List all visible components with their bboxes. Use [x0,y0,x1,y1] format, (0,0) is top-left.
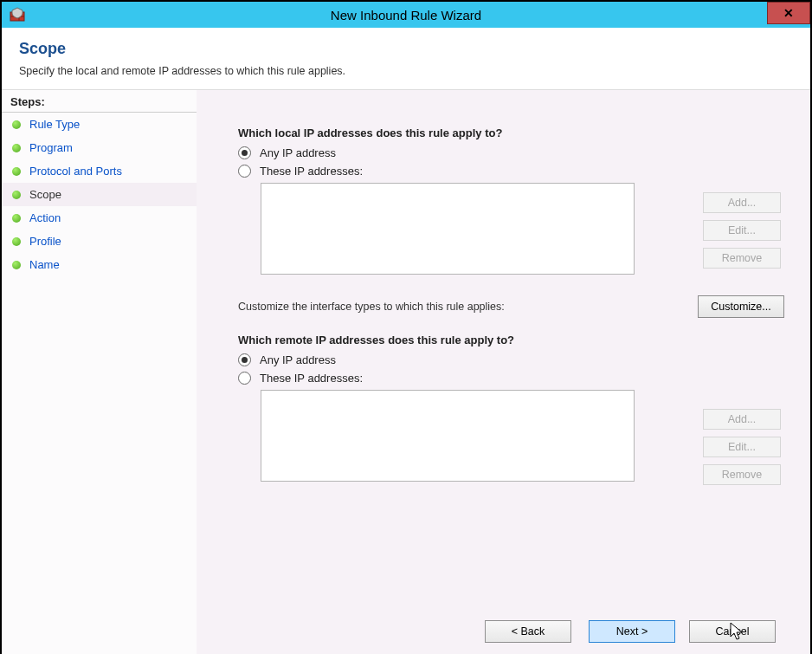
title-bar[interactable]: New Inbound Rule Wizard ✕ [2,2,810,28]
local-these-radio-row[interactable]: These IP addresses: [238,165,784,178]
remote-buttons: Add... Edit... Remove [703,409,781,485]
local-any-radio-row[interactable]: Any IP address [238,146,784,159]
local-add-button[interactable]: Add... [703,192,781,213]
step-label: Profile [29,235,61,248]
step-bullet-icon [12,120,21,129]
step-bullet-icon [12,214,21,223]
step-label: Name [29,258,60,271]
steps-header: Steps: [2,90,197,113]
remote-these-radio[interactable] [238,372,251,385]
step-bullet-icon [12,237,21,246]
customize-row: Customize the interface types to which t… [238,295,784,318]
step-protocol-and-ports[interactable]: Protocol and Ports [2,159,197,183]
local-remove-button[interactable]: Remove [703,248,781,269]
step-label: Protocol and Ports [29,165,122,178]
step-profile[interactable]: Profile [2,230,197,253]
step-name[interactable]: Name [2,253,197,276]
remote-these-label: These IP addresses: [260,372,363,385]
local-buttons: Add... Edit... Remove [703,192,781,269]
local-edit-button[interactable]: Edit... [703,220,781,241]
window-frame: New Inbound Rule Wizard ✕ Scope Specify … [0,0,812,654]
close-icon: ✕ [783,6,794,20]
step-label: Rule Type [29,118,80,131]
remote-any-radio-row[interactable]: Any IP address [238,353,784,366]
cancel-button[interactable]: Cancel [689,620,776,643]
customize-button[interactable]: Customize... [698,295,784,318]
local-any-label: Any IP address [260,146,336,159]
local-any-radio[interactable] [238,146,251,159]
remote-edit-button[interactable]: Edit... [703,437,781,457]
close-button[interactable]: ✕ [767,2,810,24]
step-bullet-icon [12,167,21,176]
local-question: Which local IP addresses does this rule … [238,126,784,139]
page-subtitle: Specify the local and remote IP addresse… [19,65,793,77]
step-rule-type[interactable]: Rule Type [2,113,197,136]
step-scope[interactable]: Scope [2,183,197,206]
page-header: Scope Specify the local and remote IP ad… [2,28,810,89]
local-these-label: These IP addresses: [260,165,363,178]
step-label: Scope [29,188,61,201]
remote-remove-button[interactable]: Remove [703,464,781,485]
steps-sidebar: Steps: Rule TypeProgramProtocol and Port… [2,89,197,654]
step-action[interactable]: Action [2,206,197,230]
next-button[interactable]: Next > [589,620,675,643]
local-these-radio[interactable] [238,165,251,178]
remote-ip-listbox[interactable] [261,390,635,482]
step-label: Action [29,211,61,224]
remote-these-radio-row[interactable]: These IP addresses: [238,372,784,385]
remote-any-label: Any IP address [260,353,336,366]
step-bullet-icon [12,144,21,152]
remote-any-radio[interactable] [238,353,251,366]
local-ip-listbox[interactable] [261,183,635,275]
window-title: New Inbound Rule Wizard [2,8,810,23]
remote-question: Which remote IP addresses does this rule… [238,333,784,346]
footer: < Back Next > Cancel [197,606,810,654]
customize-text: Customize the interface types to which t… [238,301,698,313]
remote-add-button[interactable]: Add... [703,409,781,430]
step-label: Program [29,141,73,154]
back-button[interactable]: < Back [485,620,571,643]
step-bullet-icon [12,261,21,269]
step-program[interactable]: Program [2,136,197,159]
step-bullet-icon [12,191,21,199]
page-title: Scope [19,40,793,58]
main-panel: Which local IP addresses does this rule … [197,89,810,654]
